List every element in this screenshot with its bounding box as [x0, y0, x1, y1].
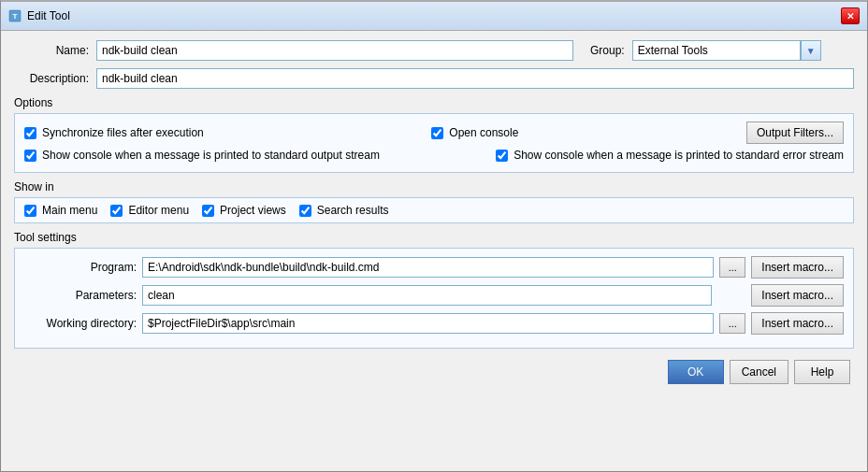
show-console-error-group: Show console when a message is printed t…: [496, 149, 844, 162]
program-insert-macro-button[interactable]: Insert macro...: [751, 256, 844, 279]
parameters-label: Parameters:: [24, 289, 137, 302]
project-views-checkbox[interactable]: [202, 205, 214, 217]
open-console-group: Open console: [431, 126, 518, 139]
working-directory-insert-macro-button[interactable]: Insert macro...: [751, 312, 844, 335]
tool-settings-section-label: Tool settings: [14, 231, 854, 244]
options-row1: Synchronize files after execution Open c…: [24, 122, 844, 144]
name-input[interactable]: [96, 40, 573, 61]
ok-button[interactable]: OK: [668, 360, 724, 384]
open-console-label[interactable]: Open console: [449, 126, 518, 139]
description-row: Description:: [14, 68, 854, 89]
main-menu-label[interactable]: Main menu: [42, 204, 97, 217]
description-input[interactable]: [96, 68, 854, 89]
tool-icon: T: [8, 9, 22, 22]
program-input[interactable]: [142, 257, 714, 278]
sync-files-group: Synchronize files after execution: [24, 126, 204, 139]
project-views-group: Project views: [202, 204, 286, 217]
parameters-row: Parameters: Insert macro...: [24, 284, 844, 307]
editor-menu-group: Editor menu: [110, 204, 189, 217]
show-in-section: Main menu Editor menu Project views Sear…: [14, 197, 854, 223]
working-directory-row: Working directory: ... Insert macro...: [24, 312, 844, 335]
program-label: Program:: [24, 261, 137, 274]
chevron-down-icon: ▼: [806, 46, 816, 56]
open-console-checkbox[interactable]: [431, 127, 443, 139]
parameters-input[interactable]: [142, 285, 712, 306]
show-in-section-label: Show in: [14, 180, 854, 193]
description-label: Description:: [14, 72, 89, 85]
working-directory-input[interactable]: [142, 313, 714, 334]
bottom-buttons: OK Cancel Help: [14, 360, 854, 384]
options-row2: Show console when a message is printed t…: [24, 149, 844, 162]
editor-menu-label[interactable]: Editor menu: [128, 204, 189, 217]
options-section-label: Options: [14, 96, 854, 109]
group-dropdown-button[interactable]: ▼: [801, 40, 821, 61]
show-console-output-label[interactable]: Show console when a message is printed t…: [42, 149, 380, 162]
options-section: Synchronize files after execution Open c…: [14, 113, 854, 173]
close-button[interactable]: ✕: [841, 7, 860, 24]
show-console-error-checkbox[interactable]: [496, 150, 508, 162]
title-bar: T Edit Tool ✕: [1, 2, 867, 31]
svg-text:T: T: [13, 12, 18, 21]
program-row: Program: ... Insert macro...: [24, 256, 844, 279]
cancel-button[interactable]: Cancel: [730, 360, 788, 384]
show-console-output-group: Show console when a message is printed t…: [24, 149, 380, 162]
show-console-error-label[interactable]: Show console when a message is printed t…: [514, 149, 844, 162]
group-select: ▼: [632, 40, 821, 61]
dialog-title: Edit Tool: [27, 9, 70, 22]
project-views-label[interactable]: Project views: [220, 204, 286, 217]
working-directory-browse-button[interactable]: ...: [719, 313, 745, 334]
search-results-label[interactable]: Search results: [317, 204, 389, 217]
sync-files-checkbox[interactable]: [24, 127, 36, 139]
group-label: Group:: [590, 44, 625, 57]
group-input[interactable]: [632, 40, 801, 61]
program-browse-button[interactable]: ...: [719, 257, 745, 278]
sync-files-label[interactable]: Synchronize files after execution: [42, 126, 204, 139]
help-button[interactable]: Help: [794, 360, 850, 384]
name-row: Name: Group: ▼: [14, 40, 854, 61]
main-menu-group: Main menu: [24, 204, 97, 217]
show-console-output-checkbox[interactable]: [24, 150, 36, 162]
parameters-insert-macro-button[interactable]: Insert macro...: [751, 284, 844, 307]
name-label: Name:: [14, 44, 89, 57]
editor-menu-checkbox[interactable]: [110, 205, 123, 217]
output-filters-button[interactable]: Output Filters...: [746, 122, 844, 144]
main-menu-checkbox[interactable]: [24, 205, 36, 217]
search-results-group: Search results: [299, 204, 389, 217]
search-results-checkbox[interactable]: [299, 205, 311, 217]
tool-settings-section: Program: ... Insert macro... Parameters:…: [14, 248, 854, 349]
working-directory-label: Working directory:: [24, 317, 137, 330]
